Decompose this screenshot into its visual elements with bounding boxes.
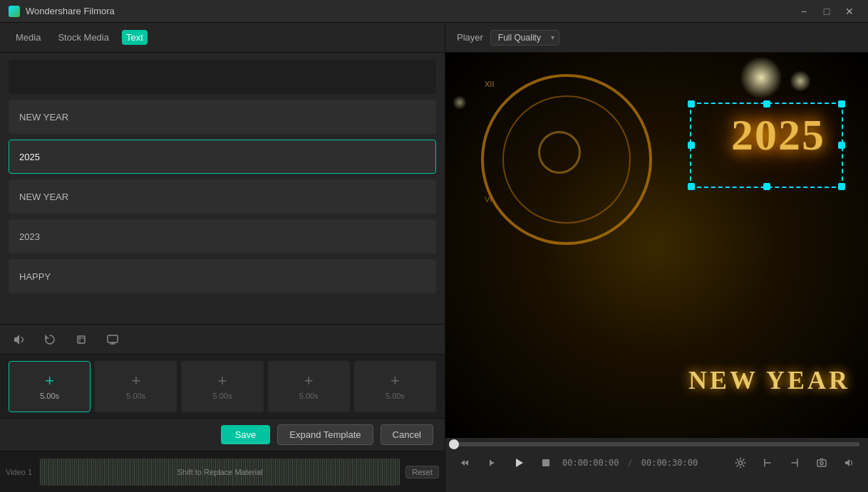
cancel-button[interactable]: Cancel (381, 424, 433, 445)
list-item[interactable]: NEW YEAR (9, 100, 436, 134)
list-item-selected[interactable]: 2025 (9, 140, 436, 174)
mark-in-button[interactable] (757, 452, 778, 473)
thumbnail-item[interactable]: + 5.00s (9, 361, 91, 412)
svg-marker-6 (516, 459, 523, 467)
app-logo (9, 6, 20, 17)
bottom-tools (0, 324, 445, 354)
player-controls: 00:00:00:00 / 00:00:30:00 (445, 438, 868, 492)
minimize-button[interactable]: − (794, 4, 814, 19)
mark-out-button[interactable] (784, 452, 805, 473)
time-current: 00:00:00:00 (562, 458, 619, 468)
svg-rect-0 (78, 336, 85, 343)
thumbnail-item[interactable]: + 5.00s (181, 361, 263, 412)
replace-hint: Shift to Replace Material (177, 468, 263, 476)
video-preview: XII VI 2025 NEW YEAR (445, 53, 868, 438)
titlebar: Wondershare Filmora − □ ✕ (0, 0, 868, 23)
progress-bar[interactable] (454, 442, 859, 446)
titlebar-left: Wondershare Filmora (9, 6, 115, 17)
crop-tool-icon[interactable] (71, 330, 91, 350)
quality-selector-wrapper: Full Quality 1/2 Quality 1/4 Quality ▾ (490, 30, 559, 46)
item-label: 2025 (19, 152, 40, 162)
selection-handle-tr[interactable] (838, 100, 845, 108)
item-label: NEW YEAR (19, 192, 68, 202)
thumb-time-label: 5.00s (299, 392, 319, 400)
add-icon: + (218, 373, 227, 389)
expand-template-button[interactable]: Expand Template (277, 424, 373, 445)
svg-point-8 (739, 461, 743, 465)
timeline-track-label: Video 1 (6, 468, 34, 476)
gear-decoration (538, 131, 581, 174)
volume-button[interactable] (838, 452, 859, 473)
thumbnail-strip: + 5.00s + 5.00s + 5.00s + 5.00s + 5.00s (0, 354, 445, 418)
sparkle-decoration (453, 95, 467, 110)
thumb-time-label: 5.00s (40, 392, 59, 400)
svg-rect-3 (108, 335, 118, 342)
clock-numeral: XII (485, 80, 494, 88)
selection-handle-bm[interactable] (763, 183, 770, 190)
list-item[interactable]: NEW YEAR (9, 179, 436, 214)
progress-handle[interactable] (449, 439, 459, 449)
svg-point-10 (820, 462, 823, 465)
list-item[interactable]: HAPPY (9, 259, 436, 293)
quality-select[interactable]: Full Quality 1/2 Quality 1/4 Quality (490, 30, 559, 46)
list-item[interactable] (9, 60, 436, 94)
player-label: Player (457, 32, 483, 43)
thumb-time-label: 5.00s (386, 392, 405, 400)
sparkle-decoration (790, 70, 811, 92)
maximize-button[interactable]: □ (817, 4, 837, 19)
audio-tool-icon[interactable] (9, 330, 29, 350)
settings-button[interactable] (730, 452, 751, 473)
tab-media[interactable]: Media (11, 30, 45, 45)
svg-rect-9 (817, 460, 826, 466)
time-total: 00:00:30:00 (641, 458, 698, 468)
timeline-area: Video 1 Shift to Replace Material Reset (0, 451, 445, 492)
template-list: NEW YEAR 2025 NEW YEAR 2023 HAPPY (0, 53, 445, 324)
controls-row: 00:00:00:00 / 00:00:30:00 (454, 452, 859, 473)
close-button[interactable]: ✕ (839, 4, 859, 19)
thumb-time-label: 5.00s (213, 392, 232, 400)
thumbnail-item[interactable]: + 5.00s (268, 361, 350, 412)
controls-left: 00:00:00:00 / 00:00:30:00 (454, 452, 698, 473)
tabs-bar: Media Stock Media Text (0, 23, 445, 53)
right-panel: Player Full Quality 1/2 Quality 1/4 Qual… (445, 23, 868, 492)
selection-handle-ml[interactable] (688, 142, 695, 149)
screenshot-button[interactable] (811, 452, 832, 473)
list-item[interactable]: 2023 (9, 219, 436, 253)
player-header: Player Full Quality 1/2 Quality 1/4 Qual… (445, 23, 868, 53)
add-icon: + (304, 373, 314, 389)
svg-rect-7 (542, 459, 549, 466)
item-label: NEW YEAR (19, 112, 68, 122)
clock-numeral: VI (485, 195, 492, 204)
tab-text[interactable]: Text (122, 30, 148, 45)
selection-handle-br[interactable] (838, 183, 845, 190)
preview-background: XII VI 2025 NEW YEAR (445, 53, 868, 438)
left-panel: Media Stock Media Text NEW YEAR 2025 NEW… (0, 23, 445, 492)
timeline-track[interactable]: Shift to Replace Material (40, 459, 400, 486)
item-label: 2023 (19, 231, 40, 242)
selection-handle-tm[interactable] (763, 100, 770, 108)
tab-stock-media[interactable]: Stock Media (53, 30, 113, 45)
selection-handle-mr[interactable] (838, 142, 845, 149)
stop-button[interactable] (535, 452, 557, 473)
selection-box[interactable] (690, 103, 843, 188)
play-button[interactable] (508, 452, 529, 473)
step-back-button[interactable] (481, 452, 502, 473)
rotate-tool-icon[interactable] (40, 330, 60, 350)
save-button[interactable]: Save (221, 425, 271, 444)
selection-handle-bl[interactable] (688, 183, 695, 190)
add-icon: + (391, 373, 400, 389)
thumb-time-label: 5.00s (126, 392, 145, 400)
thumbnail-item[interactable]: + 5.00s (95, 361, 177, 412)
reset-button[interactable]: Reset (405, 466, 439, 478)
app-title: Wondershare Filmora (26, 6, 115, 16)
thumbnail-item[interactable]: + 5.00s (354, 361, 436, 412)
add-icon: + (45, 373, 54, 389)
add-icon: + (131, 373, 140, 389)
titlebar-controls: − □ ✕ (794, 4, 859, 19)
rewind-button[interactable] (454, 452, 475, 473)
preview-subtitle-text: NEW YEAR (688, 365, 850, 395)
item-label: HAPPY (19, 271, 51, 282)
selection-handle-tl[interactable] (688, 100, 695, 108)
screen-tool-icon[interactable] (103, 330, 123, 350)
sparkle-decoration (740, 56, 782, 99)
